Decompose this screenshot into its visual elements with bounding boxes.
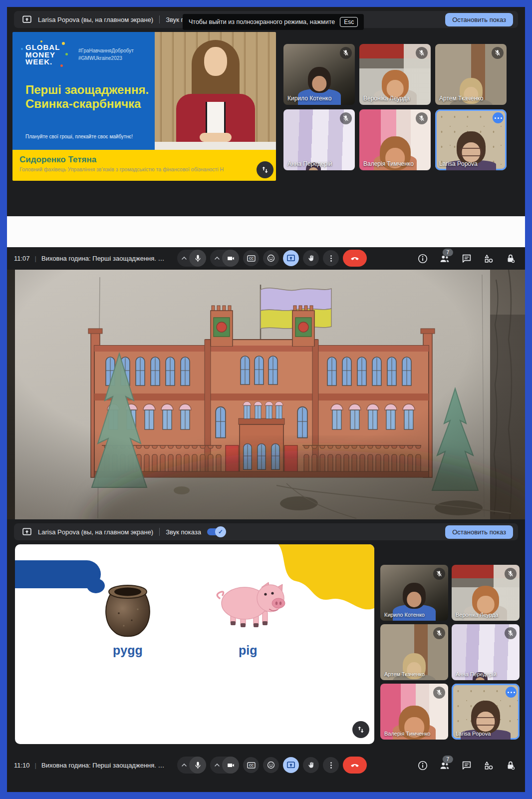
stop-presenting-button[interactable]: Остановить показ	[445, 525, 513, 539]
participant-tile[interactable]: Кирило Котенко	[380, 565, 448, 621]
participant-name: Валерія Тимченко	[363, 160, 414, 167]
present-button-active[interactable]	[283, 250, 299, 266]
camera-control[interactable]	[210, 757, 239, 774]
reactions-button[interactable]	[263, 757, 279, 773]
participants-button[interactable]: 7	[439, 253, 450, 264]
pygg-pot-image	[99, 578, 157, 641]
chat-button[interactable]	[461, 253, 472, 264]
camera-control[interactable]	[210, 250, 239, 267]
raise-hand-button[interactable]	[303, 757, 319, 773]
slide-title: Перші заощадження. Свинка-скарбничка	[25, 83, 149, 111]
captions-button[interactable]	[243, 250, 259, 266]
mic-control[interactable]	[177, 250, 206, 267]
meet-screen-bottom: Larisa Popova (вы, на главном экране) Зв…	[7, 519, 525, 792]
gmw-logo: GLOBAL MONEY WEEK.	[25, 44, 60, 66]
hand-icon	[307, 254, 315, 263]
shared-slide[interactable]: GLOBAL MONEY WEEK. #ГраНавчанняДобробут …	[12, 32, 276, 181]
swap-icon	[356, 725, 365, 734]
mic-options-chevron-icon[interactable]	[180, 761, 188, 769]
activities-icon	[483, 253, 494, 264]
participant-name: Larisa Popova	[439, 160, 478, 167]
camera-button[interactable]	[222, 757, 239, 774]
mic-options-chevron-icon[interactable]	[180, 254, 188, 262]
reactions-button[interactable]	[263, 250, 279, 266]
participants-count-badge: 7	[443, 756, 453, 763]
divider	[159, 15, 160, 23]
more-dots-icon	[327, 761, 335, 770]
meeting-details-button[interactable]	[417, 760, 428, 771]
present-screen-icon	[21, 527, 33, 537]
sound-share-toggle[interactable]: ✓	[207, 528, 225, 535]
swap-tile-button[interactable]	[257, 161, 273, 178]
participant-name: Larisa Popova	[456, 731, 491, 737]
mic-icon	[194, 254, 202, 263]
captions-button[interactable]	[243, 757, 259, 773]
tile-options-button[interactable]	[506, 687, 517, 698]
participant-name: Артем Ткаченко	[439, 95, 483, 102]
participant-tile[interactable]: Вероніка Леурда	[359, 44, 431, 105]
more-options-button[interactable]	[323, 757, 339, 773]
meet-toolbar-bottom: 11:10 | Виховна година: Перші заощадженн…	[7, 754, 525, 777]
clock-time: 11:07	[14, 255, 30, 262]
stop-presenting-button[interactable]: Остановить показ	[445, 13, 513, 26]
participants-count-badge: 7	[443, 249, 453, 256]
activities-button[interactable]	[483, 253, 494, 264]
mic-button[interactable]	[189, 757, 206, 774]
mic-control[interactable]	[177, 757, 206, 774]
participant-tile[interactable]: Вероніка Леурда	[452, 565, 520, 621]
participant-tile[interactable]: Валерія Тимченко	[359, 109, 431, 170]
participant-tile-self[interactable]: Larisa Popova	[452, 684, 520, 740]
swap-tile-button[interactable]	[352, 721, 369, 738]
mic-off-icon	[492, 47, 504, 59]
presentation-header-bar: Larisa Popova (вы, на главном экране) Зв…	[14, 523, 518, 540]
raise-hand-button[interactable]	[303, 250, 319, 266]
camera-options-chevron-icon[interactable]	[213, 254, 221, 262]
shared-slide[interactable]: pygg	[15, 544, 374, 744]
divider	[159, 528, 160, 536]
more-options-button[interactable]	[323, 250, 339, 266]
participant-tile[interactable]: Анна Передерій	[452, 624, 520, 680]
slide-speaker-band: Сидоренко Тетяна Головний фахівець Управ…	[12, 150, 276, 181]
participant-tile[interactable]: Валерія Тимченко	[380, 684, 448, 740]
participant-name: Кирило Котенко	[287, 95, 331, 102]
host-controls-button[interactable]	[505, 760, 516, 771]
participant-name: Анна Передерій	[287, 160, 332, 167]
word-label-pig: pig	[239, 643, 258, 658]
camera-icon	[227, 254, 235, 263]
esc-keycap: Esc	[340, 17, 358, 27]
pig-image	[214, 577, 288, 632]
present-button-active[interactable]	[283, 757, 299, 773]
activities-button[interactable]	[483, 760, 494, 771]
logo-dot	[60, 64, 63, 67]
present-screen-icon	[21, 14, 33, 24]
tooltip-text: Чтобы выйти из полноэкранного режима, на…	[189, 18, 335, 25]
meeting-details-button[interactable]	[417, 253, 428, 264]
presenter-label: Larisa Popova (вы, на главном экране)	[38, 16, 153, 23]
participant-tile[interactable]: Кирило Котенко	[283, 44, 355, 105]
participant-tile[interactable]: Анна Передерій	[283, 109, 355, 170]
camera-button[interactable]	[222, 250, 239, 267]
leave-call-button[interactable]	[343, 757, 367, 774]
slide-blue-shape	[15, 560, 101, 588]
slide-blue-panel: GLOBAL MONEY WEEK. #ГраНавчанняДобробут …	[12, 32, 155, 150]
participant-tile[interactable]: Артем Ткаченко	[435, 44, 507, 105]
presenter-label: Larisa Popova (вы, на главном экране)	[38, 528, 153, 536]
leave-call-button[interactable]	[343, 250, 367, 267]
presenter-photo	[155, 32, 276, 150]
mic-off-icon	[416, 47, 428, 59]
participant-name: Валерія Тимченко	[384, 731, 431, 737]
camera-options-chevron-icon[interactable]	[213, 761, 221, 769]
host-controls-button[interactable]	[505, 253, 516, 264]
divider: |	[35, 762, 36, 769]
fullscreen-exit-tooltip: Чтобы выйти из полноэкранного режима, на…	[183, 14, 364, 30]
logo-dot	[40, 40, 42, 42]
mic-off-icon	[505, 627, 517, 639]
tile-options-button[interactable]	[493, 112, 504, 123]
participant-tile[interactable]: Артем Ткаченко	[380, 624, 448, 680]
hand-icon	[307, 761, 315, 770]
participants-button[interactable]: 7	[439, 760, 450, 771]
present-icon	[286, 761, 295, 770]
chat-button[interactable]	[461, 760, 472, 771]
participant-tile-self[interactable]: Larisa Popova	[435, 109, 507, 170]
mic-button[interactable]	[189, 250, 206, 267]
